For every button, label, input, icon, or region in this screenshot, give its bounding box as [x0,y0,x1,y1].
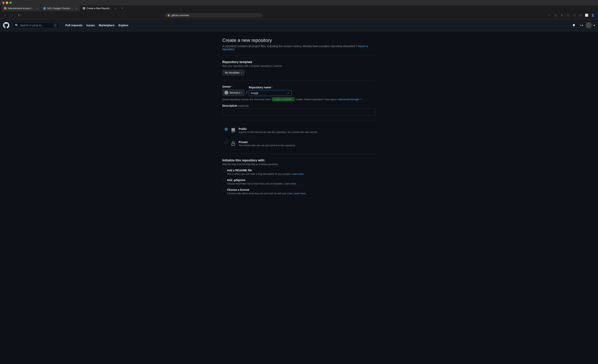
owner-caret-icon: ▾ [241,92,242,94]
repo-name-label: Repository name* [249,86,292,89]
gitignore-learn-more-link[interactable]: Learn more. [284,182,297,185]
page-description: A repository contains all project files,… [222,45,376,51]
repo-name-wrapper: ✓ [249,90,292,96]
owner-dropdown[interactable]: JimmyLv ▾ [222,89,244,96]
license-checkbox[interactable] [222,188,225,191]
nav-link-issues[interactable]: Issues [85,23,97,28]
template-section: Repository template Start your repositor… [222,60,376,75]
extension-icon-5[interactable]: ⬡ [578,12,583,18]
search-kbd-shortcut: / [54,24,57,27]
new-tab-button[interactable]: + [119,6,125,11]
visibility-private-desc: You choose who can see and commit to thi… [239,144,296,147]
readme-option: Add a README file This is where you can … [222,169,376,175]
title-bar [0,0,598,5]
readme-checkbox-row[interactable]: Add a README file [222,169,376,172]
tab-google-chrome[interactable]: 0421-Google Chrome-New pe... ✕ [41,5,80,11]
description-label: Description (optional) [222,104,376,107]
license-label: Choose a license [227,188,249,191]
tab-personal-access-token[interactable]: New personal access token ✕ [1,5,41,11]
browser-chrome: New personal access token ✕ 0421-Google … [0,0,598,19]
profile-icon[interactable]: 👤 [590,12,596,18]
tab-close-create-repository[interactable]: ✕ [114,7,117,10]
license-option: Choose a license A license tells others … [222,188,376,195]
url-text: github.com/new [171,14,189,17]
user-caret[interactable]: ▾ [594,24,595,27]
chrome-icon [43,7,46,10]
tab-google-chrome-label: 0421-Google Chrome-New pe... [47,7,73,10]
license-learn-more-link[interactable]: Learn more. [294,192,306,195]
suggestion-suffix: ? [360,98,362,101]
repo-name-check-icon: ✓ [287,91,290,95]
refresh-button[interactable]: ↻ [16,12,22,18]
nav-link-pull-requests[interactable]: Pull requests [64,23,84,28]
visibility-private-option[interactable]: Private You choose who can see and commi… [222,138,376,149]
gitignore-label: Add .gitignore [227,179,245,182]
search-icon: 🔍 [15,24,18,27]
repo-name-field-group: Repository name* ✓ [249,86,292,96]
initialize-section: Initialize this repository with: Skip th… [222,159,376,195]
extension-icon-3[interactable]: ⬡ [565,12,571,18]
toolbar-icons: ☆ ⬡ S ⬡ ⬡ ⬡ ⬜ 👤 [547,12,596,18]
template-label: Repository template [222,60,376,64]
description-input[interactable] [222,108,376,116]
traffic-lights [2,1,12,4]
license-sublabel: A license tells others what they can and… [227,192,376,195]
visibility-public-name: Public [239,127,317,130]
readme-label: Add a README file [227,169,252,172]
initialize-desc: Skip this step if you're importing an ex… [222,163,376,166]
availability-row: Great repository names are short and mem… [222,98,376,101]
nav-link-explore[interactable]: Explore [117,23,130,28]
tab-close-personal-access-token[interactable]: ✕ [36,7,38,10]
template-sublabel: Start your repository with a template re… [222,65,376,67]
search-box[interactable]: 🔍 Search or jump to... / [12,22,59,28]
user-avatar[interactable] [586,22,592,28]
plus-create-button[interactable]: + ▾ [579,23,584,28]
owner-avatar [224,91,228,95]
tab-create-repository[interactable]: Create a New Repository ✕ [80,5,119,11]
path-separator: / [246,90,247,95]
extension-icon-4[interactable]: ⬡ [572,12,577,18]
owner-repo-section: Owner* JimmyLv ▾ / Repository name* ✓ [222,85,376,101]
nav-links: Pull requests Issues Marketplace Explore [64,23,130,28]
maximize-window-button[interactable] [9,1,12,4]
extension-icon-1[interactable]: ⬡ [553,12,558,18]
great-names-text: Great repository names are short and mem [222,98,271,101]
address-bar[interactable]: 🔒 github.com/new [165,13,262,17]
visibility-private-radio[interactable] [225,141,228,144]
forward-button[interactable]: › [9,12,15,18]
readme-checkbox[interactable] [222,169,225,172]
template-dropdown-button[interactable]: No template ▾ [222,70,244,75]
back-button[interactable]: ‹ [2,12,8,18]
plus-icon: + [580,24,581,27]
section-divider-2 [222,80,376,80]
sidebar-icon[interactable]: ⬜ [584,12,590,18]
license-checkbox-row[interactable]: Choose a license [222,188,376,191]
description-section: Description (optional) [222,104,376,116]
notifications-button[interactable] [571,22,577,28]
bookmark-icon[interactable]: ☆ [547,12,552,18]
visibility-public-desc: Anyone on the internet can see this repo… [239,131,317,133]
visibility-public-radio[interactable] [225,128,228,131]
github-logo[interactable] [3,22,9,28]
page-title: Create a new repository [222,38,376,43]
github-navbar: 🔍 Search or jump to... / Pull requests I… [0,19,598,31]
close-window-button[interactable] [2,1,5,4]
extension-icon-2[interactable]: S [559,12,565,18]
tab-personal-access-token-label: New personal access token [8,7,34,10]
minimize-window-button[interactable] [6,1,8,4]
nav-right-area: + ▾ ▾ [571,22,595,28]
readme-learn-more-link[interactable]: Learn more. [292,173,304,175]
main-content: Create a new repository A repository con… [219,31,379,210]
suggestion-link[interactable]: refactored-fortnight [338,98,359,101]
public-repo-icon [230,127,236,133]
availability-badge: image is available. [272,98,295,101]
template-value: No template [225,71,240,74]
tab-close-google-chrome[interactable]: ✕ [75,7,77,10]
visibility-public-option[interactable]: Public Anyone on the internet can see th… [222,125,376,136]
nav-link-marketplace[interactable]: Marketplace [97,23,116,28]
gitignore-checkbox-row[interactable]: Add .gitignore [222,179,376,182]
repo-name-input[interactable] [249,90,292,96]
gitignore-checkbox[interactable] [222,179,225,182]
address-bar-row: ‹ › ↻ 🔒 github.com/new ☆ ⬡ S ⬡ ⬡ ⬡ ⬜ 👤 [0,11,598,19]
owner-required-star: * [231,85,232,88]
